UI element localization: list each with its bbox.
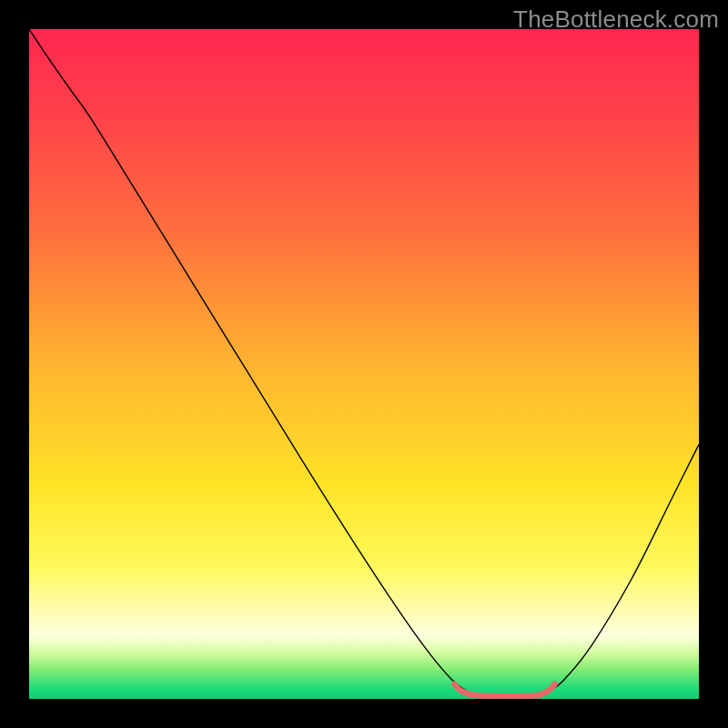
chart-frame: TheBottleneck.com: [0, 0, 728, 728]
watermark-text: TheBottleneck.com: [513, 5, 719, 34]
chart-plot-area: [29, 29, 699, 699]
gradient-background: [29, 29, 699, 699]
chart-svg: [29, 29, 699, 699]
